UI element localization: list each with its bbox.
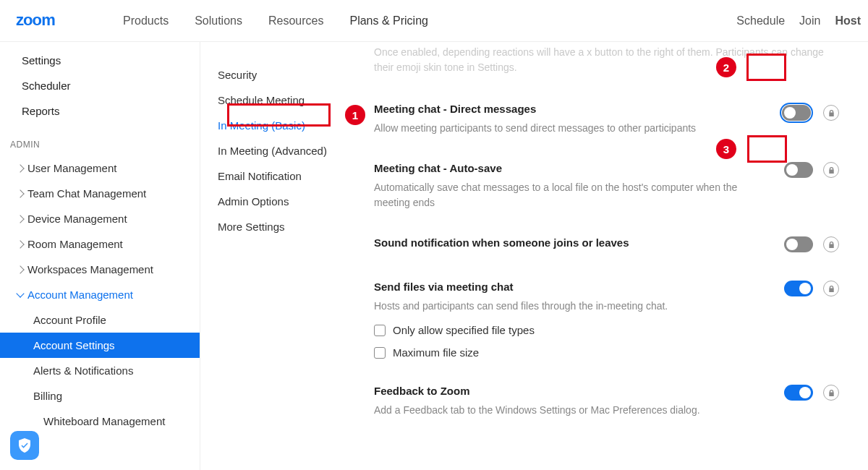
tab-admin-options[interactable]: Admin Options [213,189,367,214]
checkbox-label: Only allow specified file types [393,324,535,336]
sidebar-item-teamchat-mgmt[interactable]: Team Chat Management [0,181,200,206]
settings-list: Once enabled, depending reactions will h… [367,42,868,470]
sidebar-child-account-profile[interactable]: Account Profile [0,307,200,333]
checkbox-icon[interactable] [374,347,386,359]
setting-meeting-chat-dm: Meeting chat - Direct messages Allow mee… [374,90,839,149]
chevron-right-icon [16,215,24,223]
tab-security[interactable]: Security [213,62,367,87]
toggle-sound[interactable] [784,236,813,252]
nav-solutions[interactable]: Solutions [182,14,255,27]
nav-resources[interactable]: Resources [255,14,336,27]
setting-title: Send files via meeting chat [374,281,839,293]
tab-schedule-meeting[interactable]: Schedule Meeting [213,87,367,113]
sidebar-child-whiteboard-mgmt[interactable]: Whiteboard Management [0,409,200,434]
setting-desc: Add a Feedback tab to the Windows Settin… [374,403,839,418]
annotation-badge-2: 2 [716,57,736,77]
sidebar-item-account-mgmt[interactable]: Account Management [0,282,200,307]
setting-title: Feedback to Zoom [374,385,839,397]
lock-icon[interactable] [823,281,839,296]
nav-join[interactable]: Join [799,14,820,27]
chevron-right-icon [16,164,24,172]
sidebar-child-billing[interactable]: Billing [0,383,200,409]
sidebar-item-user-mgmt[interactable]: User Management [0,155,200,181]
checkbox-label: Maximum file size [393,346,479,359]
check-only-specified-types[interactable]: Only allow specified file types [374,324,839,336]
shield-icon[interactable] [10,431,39,460]
tab-in-meeting-advanced[interactable]: In Meeting (Advanced) [213,138,367,163]
chevron-right-icon [16,265,24,273]
sidebar-item-reports[interactable]: Reports [0,98,200,124]
setting-meeting-chat-autosave: Meeting chat - Auto-save Automatically s… [374,149,839,223]
setting-title: Meeting chat - Auto-save [374,162,839,174]
toggle-send-files[interactable] [784,281,813,296]
sidebar-item-workspaces-mgmt[interactable]: Workspaces Management [0,257,200,282]
tab-email-notification[interactable]: Email Notification [213,163,367,189]
setting-desc: Automatically save chat messages to a lo… [374,180,839,210]
annotation-badge-3: 3 [716,139,736,159]
sidebar-child-account-settings[interactable]: Account Settings [0,333,200,358]
sidebar-child-alerts[interactable]: Alerts & Notifications [0,358,200,383]
toggle-dm[interactable] [782,105,811,121]
tab-more-settings[interactable]: More Settings [213,214,367,239]
nav-products[interactable]: Products [110,14,182,27]
chevron-right-icon [16,189,24,197]
toggle-focus-ring [780,103,813,123]
svg-text:zoom: zoom [16,11,55,29]
chevron-down-icon [16,289,24,297]
toggle-autosave[interactable] [784,162,813,178]
annotation-badge-1: 1 [345,105,365,125]
content-area: Security Schedule Meeting In Meeting (Ba… [200,42,868,470]
lock-icon[interactable] [823,236,839,252]
setting-title: Meeting chat - Direct messages [374,103,839,115]
checkbox-icon[interactable] [374,325,386,336]
nav-schedule[interactable]: Schedule [736,14,785,27]
settings-tabs: Security Schedule Meeting In Meeting (Ba… [200,42,367,470]
zoom-logo[interactable]: zoom [16,9,95,33]
tab-in-meeting-basic[interactable]: In Meeting (Basic) [213,113,367,138]
setting-title: Sound notification when someone joins or… [374,236,839,249]
lock-icon[interactable] [823,105,839,121]
setting-sound-notification: Sound notification when someone joins or… [374,223,839,268]
setting-desc: Allow meeting participants to send direc… [374,121,839,136]
check-max-file-size[interactable]: Maximum file size [374,346,839,359]
chevron-right-icon [16,240,24,248]
sidebar-item-settings[interactable]: Settings [0,48,200,73]
top-header: zoom Products Solutions Resources Plans … [0,0,868,42]
setting-desc: Hosts and participants can send files th… [374,299,839,314]
lock-icon[interactable] [823,385,839,401]
top-nav: Products Solutions Resources Plans & Pri… [110,14,441,27]
top-nav-right: Schedule Join Host [736,14,861,27]
sidebar-item-room-mgmt[interactable]: Room Management [0,231,200,257]
faded-previous-setting: Once enabled, depending reactions will h… [374,42,839,90]
nav-host[interactable]: Host [835,14,861,27]
nav-plans[interactable]: Plans & Pricing [336,14,441,27]
sidebar-section-admin: ADMIN [0,124,200,155]
setting-feedback-to-zoom: Feedback to Zoom Add a Feedback tab to t… [374,372,839,431]
sidebar: Settings Scheduler Reports ADMIN User Ma… [0,42,200,470]
sidebar-item-device-mgmt[interactable]: Device Management [0,206,200,231]
setting-send-files: Send files via meeting chat Hosts and pa… [374,268,839,372]
sidebar-item-scheduler[interactable]: Scheduler [0,73,200,98]
toggle-feedback[interactable] [784,385,813,401]
lock-icon[interactable] [823,162,839,178]
